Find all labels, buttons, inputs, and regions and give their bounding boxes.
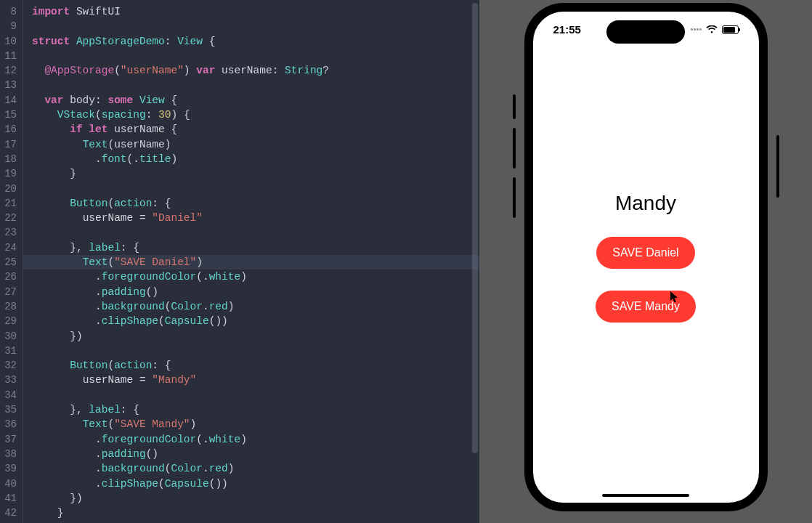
line-number: 21 <box>0 196 17 211</box>
code-line[interactable]: struct AppStorageDemo: View { <box>32 34 479 49</box>
line-number: 16 <box>0 122 17 137</box>
code-line[interactable] <box>32 19 479 33</box>
line-number: 39 <box>0 461 17 476</box>
save-daniel-button[interactable]: SAVE Daniel <box>596 237 694 269</box>
code-line[interactable]: import SwiftUI <box>32 4 479 19</box>
mouse-cursor-icon <box>670 291 680 307</box>
line-number: 38 <box>0 447 17 461</box>
line-number: 41 <box>0 491 17 506</box>
code-line[interactable]: .foregroundColor(.white) <box>32 432 479 447</box>
code-line[interactable] <box>32 225 479 240</box>
code-line[interactable]: .background(Color.red) <box>32 299 479 314</box>
code-line[interactable]: Button(action: { <box>32 196 479 211</box>
phone-side-button <box>513 177 516 218</box>
code-line[interactable]: }, label: { <box>32 402 479 417</box>
line-number: 10 <box>0 34 17 49</box>
line-number: 13 <box>0 78 17 92</box>
line-number: 33 <box>0 373 17 387</box>
code-line[interactable]: if let userName { <box>32 122 479 137</box>
line-number: 17 <box>0 137 17 152</box>
line-number: 19 <box>0 166 17 181</box>
line-number: 42 <box>0 506 17 520</box>
line-number: 40 <box>0 477 17 491</box>
code-line[interactable]: .clipShape(Capsule()) <box>32 314 479 328</box>
editor-scrollbar[interactable] <box>472 3 478 453</box>
code-editor[interactable]: 8910111213141516171819202122232425262728… <box>0 0 479 523</box>
code-line[interactable]: .padding() <box>32 285 479 299</box>
code-line[interactable]: } <box>32 166 479 181</box>
phone-side-button <box>776 135 779 198</box>
line-number: 18 <box>0 152 17 166</box>
line-number: 31 <box>0 344 17 358</box>
line-number: 32 <box>0 358 17 373</box>
code-line[interactable]: Text("SAVE Daniel") <box>23 255 479 269</box>
code-line[interactable]: userName = "Mandy" <box>32 373 479 387</box>
code-line[interactable]: }) <box>32 491 479 506</box>
code-line[interactable]: userName = "Daniel" <box>32 211 479 225</box>
code-line[interactable]: Text("SAVE Mandy") <box>32 417 479 431</box>
code-line[interactable]: .font(.title) <box>32 152 479 166</box>
code-line[interactable] <box>32 388 479 402</box>
code-line[interactable]: .foregroundColor(.white) <box>32 269 479 284</box>
line-number: 29 <box>0 314 17 328</box>
code-line[interactable] <box>32 182 479 196</box>
code-line[interactable] <box>32 49 479 63</box>
line-number: 35 <box>0 402 17 417</box>
line-number: 25 <box>0 255 17 269</box>
line-number: 9 <box>0 19 17 33</box>
username-label: Mandy <box>615 192 676 215</box>
line-number: 27 <box>0 285 17 299</box>
save-mandy-button[interactable]: SAVE Mandy <box>596 291 696 323</box>
code-line[interactable] <box>32 344 479 358</box>
line-number: 15 <box>0 108 17 122</box>
phone-frame: 21:55 Mandy SAVE Daniel SAVE Mandy <box>524 3 768 511</box>
line-number: 20 <box>0 182 17 196</box>
line-number: 36 <box>0 417 17 431</box>
line-number: 30 <box>0 329 17 344</box>
line-number: 23 <box>0 225 17 240</box>
code-area[interactable]: import SwiftUIstruct AppStorageDemo: Vie… <box>23 0 479 523</box>
code-line[interactable]: Button(action: { <box>32 358 479 373</box>
code-line[interactable] <box>32 78 479 92</box>
code-line[interactable]: @AppStorage("userName") var userName: St… <box>32 63 479 78</box>
app-screen: Mandy SAVE Daniel SAVE Mandy <box>533 12 759 503</box>
code-line[interactable]: }, label: { <box>32 240 479 255</box>
line-gutter: 8910111213141516171819202122232425262728… <box>0 0 23 523</box>
line-number: 26 <box>0 269 17 284</box>
line-number: 34 <box>0 388 17 402</box>
line-number: 28 <box>0 299 17 314</box>
code-line[interactable]: .clipShape(Capsule()) <box>32 477 479 491</box>
line-number: 11 <box>0 49 17 63</box>
code-line[interactable]: .padding() <box>32 447 479 461</box>
code-line[interactable]: var body: some View { <box>32 93 479 108</box>
code-line[interactable]: }) <box>32 329 479 344</box>
phone-side-button <box>513 128 516 169</box>
code-line[interactable]: VStack(spacing: 30) { <box>32 108 479 122</box>
line-number: 14 <box>0 93 17 108</box>
code-line[interactable]: .background(Color.red) <box>32 461 479 476</box>
line-number: 12 <box>0 63 17 78</box>
code-line[interactable]: Text(userName) <box>32 137 479 152</box>
line-number: 8 <box>0 4 17 19</box>
line-number: 22 <box>0 211 17 225</box>
simulator-pane: 21:55 Mandy SAVE Daniel SAVE Mandy <box>479 0 812 523</box>
line-number: 24 <box>0 240 17 255</box>
phone-side-button <box>513 94 516 119</box>
home-indicator <box>602 494 689 497</box>
line-number: 37 <box>0 432 17 447</box>
code-line[interactable]: } <box>32 506 479 520</box>
